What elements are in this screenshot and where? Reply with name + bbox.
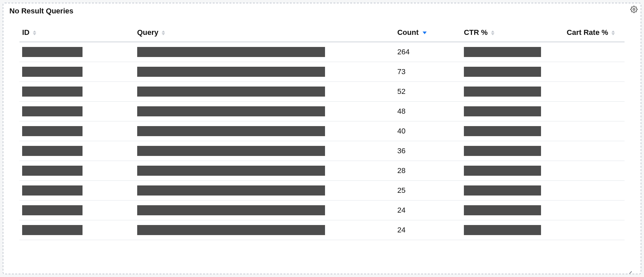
cell-id [19,201,135,220]
redacted-block [464,47,541,57]
cell-id [19,121,135,141]
cell-ctr [461,161,564,181]
cell-cart [564,121,625,141]
table-body: 264735248403628252424 [19,42,625,240]
sort-icon [491,31,494,35]
cell-ctr [461,181,564,201]
cell-count: 36 [394,141,461,161]
queries-table: ID Query Count [19,22,625,240]
panel-body: ID Query Count [3,17,641,274]
col-header-cart[interactable]: Cart Rate % [564,22,625,42]
redacted-block [464,87,541,97]
redacted-block [464,106,541,116]
count-value: 52 [397,87,405,96]
cell-count: 52 [394,82,461,102]
sort-icon [33,31,36,35]
table-row[interactable]: 28 [19,161,625,181]
cell-cart [564,220,625,240]
cell-ctr [461,102,564,121]
cell-query [135,82,395,102]
count-value: 48 [397,107,405,115]
redacted-block [464,185,541,196]
col-header-id[interactable]: ID [19,22,135,42]
table-row[interactable]: 24 [19,201,625,220]
table-row[interactable]: 73 [19,62,625,82]
panel-title: No Result Queries [9,7,73,15]
cell-id [19,181,135,201]
cell-count: 25 [394,181,461,201]
redacted-block [137,205,325,215]
redacted-block [137,106,325,116]
cell-ctr [461,201,564,220]
cell-ctr [461,42,564,62]
cell-cart [564,161,625,181]
redacted-block [137,126,325,136]
col-header-label: CTR % [464,28,488,37]
redacted-block [137,146,325,156]
redacted-block [137,166,325,176]
cell-query [135,102,395,121]
table-row[interactable]: 25 [19,181,625,201]
cell-ctr [461,220,564,240]
redacted-block [464,205,541,215]
col-header-count[interactable]: Count [394,22,461,42]
cell-query [135,121,395,141]
redacted-block [137,67,325,77]
col-header-query[interactable]: Query [135,22,395,42]
redacted-block [464,225,541,235]
table-row[interactable]: 40 [19,121,625,141]
cell-ctr [461,141,564,161]
redacted-block [464,166,541,176]
col-header-ctr[interactable]: CTR % [461,22,564,42]
cell-count: 73 [394,62,461,82]
sort-icon [162,31,165,35]
cell-cart [564,201,625,220]
cell-ctr [461,121,564,141]
col-header-label: Cart Rate % [567,28,608,37]
cell-cart [564,82,625,102]
cell-count: 48 [394,102,461,121]
no-result-queries-panel: No Result Queries [3,3,641,274]
panel-settings-button[interactable] [629,5,639,15]
table-row[interactable]: 48 [19,102,625,121]
redacted-block [22,185,83,196]
redacted-block [137,87,325,97]
redacted-block [137,47,325,57]
count-value: 25 [397,186,405,195]
table-row[interactable]: 52 [19,82,625,102]
cell-id [19,62,135,82]
redacted-block [464,146,541,156]
redacted-block [22,47,83,57]
cell-cart [564,62,625,82]
cell-query [135,141,395,161]
svg-point-0 [633,8,635,10]
count-value: 264 [397,48,410,56]
cell-id [19,42,135,62]
sort-desc-icon [423,32,427,34]
redacted-block [22,166,83,176]
cell-query [135,42,395,62]
count-value: 28 [397,166,405,175]
table-row[interactable]: 264 [19,42,625,62]
cell-query [135,62,395,82]
cell-id [19,161,135,181]
col-header-label: Query [137,28,159,37]
cell-count: 264 [394,42,461,62]
cell-cart [564,181,625,201]
col-header-label: Count [397,28,419,37]
table-row[interactable]: 36 [19,141,625,161]
count-value: 24 [397,226,405,234]
table-header-row: ID Query Count [19,22,625,42]
table-scroll-area[interactable]: ID Query Count [10,17,634,270]
redacted-block [22,67,83,77]
cell-cart [564,141,625,161]
cell-id [19,141,135,161]
redacted-block [22,87,83,97]
table-row[interactable]: 24 [19,220,625,240]
cell-id [19,82,135,102]
cell-id [19,220,135,240]
cell-count: 40 [394,121,461,141]
panel-header: No Result Queries [3,3,641,17]
cell-query [135,220,395,240]
sort-icon [611,31,615,35]
